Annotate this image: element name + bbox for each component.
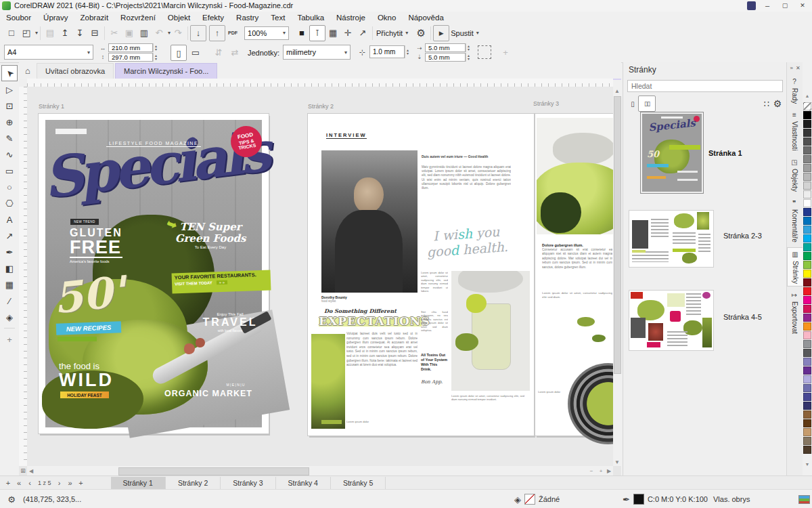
tab-welcome-screen[interactable]: Uvítací obrazovka (37, 63, 114, 79)
docker-close-icon[interactable]: ✕ (796, 65, 800, 71)
text-tool[interactable]: A (1, 211, 18, 228)
extra-options-button[interactable]: + (498, 45, 513, 60)
polygon-tool[interactable]: ⎔ (1, 195, 18, 211)
snap-to-button[interactable]: Přichytit (376, 29, 403, 37)
palette-swatch[interactable] (803, 217, 811, 225)
dock-tab-export[interactable]: ↦ Exportovat (787, 289, 802, 337)
eyedropper-tool[interactable]: ∕ (1, 293, 18, 309)
palette-swatch[interactable] (803, 349, 811, 357)
maximize-button[interactable]: ▢ (777, 0, 793, 11)
palette-swatch[interactable] (803, 252, 811, 260)
page-tab-1[interactable]: Stránky 1 (111, 477, 166, 490)
page-width-spinner[interactable]: ▴▾ (153, 43, 158, 52)
palette-swatch[interactable] (803, 164, 811, 172)
menu-item[interactable]: Text (265, 12, 291, 23)
palette-swatch[interactable] (803, 190, 811, 198)
docker-search-input[interactable] (627, 80, 783, 92)
freehand-tool[interactable]: ✎ (1, 130, 18, 146)
page-thumbnail-2-3[interactable] (629, 210, 714, 268)
menu-item[interactable]: Nápověda (402, 12, 449, 23)
palette-swatch[interactable] (803, 419, 811, 427)
new-document-icon[interactable]: □ (4, 26, 19, 41)
thumbnail-grid-icon[interactable]: ∷ (761, 96, 772, 111)
save-icon[interactable]: ▤ (43, 26, 58, 41)
menu-item[interactable]: Nástroje (330, 12, 371, 23)
scroll-down-icon[interactable]: ▼ (613, 458, 621, 466)
page-thumbnail-4-5[interactable] (629, 290, 714, 351)
all-pages-button[interactable]: ⇵ (211, 45, 226, 60)
docker-collapse-icon[interactable]: » (790, 65, 792, 71)
dock-tab-properties[interactable]: ≡ Vlastnosti (787, 108, 802, 153)
show-rulers-icon[interactable]: ⊺ (309, 25, 325, 41)
pen-tool[interactable]: ✒ (1, 244, 18, 260)
menu-item[interactable]: Soubor (0, 12, 37, 23)
units-combo[interactable]: milimetry ▾ (283, 45, 351, 60)
palette-swatch[interactable] (803, 261, 811, 269)
palette-swatch[interactable] (803, 446, 811, 454)
horizontal-scrollbar[interactable]: ◀ − + ▶ (27, 466, 613, 475)
scroll-up-icon[interactable]: ▲ (613, 87, 621, 95)
undo-icon[interactable]: ↶ (152, 26, 166, 41)
tab-active-document[interactable]: Marcin Wilczynski - Foo... (115, 63, 217, 79)
previous-page-button[interactable]: ‹ (24, 478, 35, 488)
zoom-level-combo[interactable]: 100% ▾ (244, 26, 289, 40)
redo-icon[interactable]: ↷ (171, 26, 185, 41)
vertical-scroll-thumb[interactable] (614, 96, 621, 374)
palette-swatch[interactable] (803, 340, 811, 348)
page-1[interactable]: LIFESTYLE FOOD MAGAZINE Specials FOOD TI… (39, 114, 269, 433)
copy-icon[interactable]: ▣ (122, 26, 137, 41)
page-item-label[interactable]: Stránka 2-3 (723, 232, 762, 240)
page-height-spinner[interactable]: ▴▾ (153, 53, 158, 62)
page-tab-4[interactable]: Stránky 4 (276, 477, 331, 490)
palette-swatch[interactable] (803, 270, 811, 278)
scroll-right-icon[interactable]: ▶ (605, 466, 613, 475)
cloud-upload-icon[interactable]: ↥ (58, 26, 72, 41)
minimize-button[interactable]: – (759, 0, 775, 11)
page-height-field[interactable]: 297.0 mm (108, 53, 153, 62)
drawing-canvas[interactable]: Stránky 1 Stránky 2 Stránky 3 LIFESTY (27, 87, 613, 466)
page-thumbnail-1[interactable]: Specials 50 (642, 114, 702, 192)
palette-swatch[interactable] (803, 428, 811, 436)
page-item-label[interactable]: Stránka 4-5 (723, 313, 762, 321)
crop-tool[interactable]: ⊡ (1, 98, 18, 114)
page-3[interactable]: Dolore gubergren illum. Consetetur accus… (535, 114, 613, 436)
palette-swatch[interactable] (803, 111, 811, 119)
duplicate-x-field[interactable]: 5.0 mm (425, 43, 466, 52)
menu-item[interactable]: Rozvržení (114, 12, 162, 23)
show-grid-icon[interactable]: ▦ (325, 26, 340, 41)
dock-tab-pages[interactable]: ▥ Stránky (787, 247, 803, 287)
menu-item[interactable]: Úpravy (37, 12, 74, 23)
export-icon[interactable]: ↑ (209, 25, 225, 41)
menu-item[interactable]: Rastry (230, 12, 265, 23)
treat-as-filled-button[interactable] (478, 45, 491, 59)
palette-swatch[interactable] (803, 322, 811, 331)
fill-color-icon[interactable]: ◈ (514, 494, 521, 505)
palette-swatch[interactable] (803, 393, 811, 401)
duplicate-y-field[interactable]: 5.0 mm (425, 53, 466, 62)
import-icon[interactable]: ↓ (190, 25, 206, 41)
palette-swatch[interactable] (803, 199, 811, 207)
print-icon[interactable]: ⊟ (87, 26, 102, 41)
launch-icon[interactable]: ▶ (433, 25, 449, 41)
paste-icon[interactable]: ▥ (137, 26, 152, 41)
add-page-button-end[interactable]: + (76, 478, 87, 488)
palette-swatch[interactable] (803, 278, 811, 287)
artistic-media-tool[interactable]: ∿ (1, 146, 18, 163)
palette-scroll-down-icon[interactable]: ▼ (803, 461, 811, 467)
palette-swatch[interactable] (803, 358, 811, 366)
cloud-download-icon[interactable]: ↧ (72, 26, 87, 41)
launch-dropdown-arrow-icon[interactable]: ▾ (476, 30, 479, 36)
horizontal-scroll-thumb[interactable] (118, 467, 309, 475)
current-page-button[interactable]: ⇄ (227, 45, 242, 60)
nudge-field[interactable]: 1.0 mm (369, 45, 405, 58)
outline-pen-icon[interactable]: ✒ (623, 494, 630, 505)
page-tab-3[interactable]: Stránky 3 (221, 477, 275, 490)
palette-swatch[interactable] (803, 296, 811, 304)
smart-fill-tool[interactable]: ◈ (1, 309, 18, 325)
palette-swatch[interactable] (803, 146, 811, 154)
palette-scroll-up-icon[interactable]: ▲ (803, 92, 811, 99)
home-icon[interactable]: ⌂ (19, 63, 37, 78)
palette-swatch[interactable] (803, 287, 811, 295)
vertical-scrollbar[interactable]: ▲ ▼ (613, 87, 621, 466)
menu-item[interactable]: Zobrazit (74, 12, 115, 23)
